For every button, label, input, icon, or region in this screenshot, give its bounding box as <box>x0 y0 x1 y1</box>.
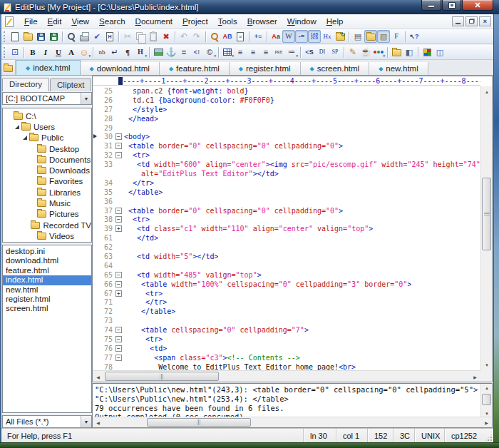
output-line[interactable]: 79 occurrences have been found in 6 file… <box>95 404 480 413</box>
open-button[interactable] <box>21 30 34 43</box>
div-button[interactable]: DI <box>316 46 329 58</box>
code-line-30[interactable]: 30−<body> <box>93 132 480 141</box>
code-line-75[interactable]: 75− <tr> <box>93 335 480 344</box>
hrule-button[interactable]: = <box>178 46 190 58</box>
output-horizontal-scrollbar[interactable]: ◀ ▶ <box>93 417 492 427</box>
line-number-button[interactable]: 1AB2CD <box>308 30 321 43</box>
code-line-67[interactable]: 67+ <tr> <box>93 289 480 298</box>
output-vertical-scrollbar[interactable]: ▲ ▼ <box>480 384 492 417</box>
set-marker-button[interactable]: +≡ <box>252 30 264 43</box>
tree-item-documents[interactable]: Documents <box>3 154 91 165</box>
heading-button[interactable]: H▾ <box>134 46 147 58</box>
dropdown-arrow-icon[interactable]: ▾ <box>383 54 385 58</box>
tree-item-libraries[interactable]: Libraries <box>3 187 91 198</box>
code-line-72[interactable]: 72 </table> <box>93 307 480 316</box>
menu-project[interactable]: Project <box>178 16 213 27</box>
code-line-62[interactable]: 62 <box>93 243 480 252</box>
code-line-37[interactable]: 37− <table border="0" cellspacing="0" ce… <box>93 206 480 215</box>
editor-pane[interactable]: ----+----1----+----2----+----3----+----4… <box>92 76 493 382</box>
document-icon[interactable] <box>5 16 14 27</box>
scroll-right-icon[interactable]: ▶ <box>481 417 492 428</box>
fold-collapse-icon[interactable]: − <box>115 355 122 361</box>
paragraph-button[interactable]: ¶ <box>121 46 134 58</box>
fold-collapse-icon[interactable]: − <box>115 133 122 140</box>
tree-item-music[interactable]: Music <box>3 198 91 208</box>
tree-item-videos[interactable]: Videos <box>3 230 91 241</box>
fold-collapse-icon[interactable]: − <box>115 152 122 158</box>
list-button[interactable]: ≔▾ <box>285 46 298 58</box>
undo-button[interactable]: ↶ <box>178 30 190 43</box>
code-line-66[interactable]: 66− <table width="100%" cellspacing="0" … <box>93 280 480 289</box>
code-line-25[interactable]: 25 span.c2 {font-weight: bold} <box>93 86 480 96</box>
file-item-index.html[interactable]: index.html <box>3 275 91 285</box>
menu-window[interactable]: Window <box>282 16 321 27</box>
sidebar-tab-directory[interactable]: Directory <box>2 78 49 91</box>
tab-register.html[interactable]: ◆register.html <box>230 62 301 75</box>
editor-hscroll-thumb[interactable] <box>105 372 219 381</box>
toolbar-grip[interactable] <box>4 47 6 58</box>
scroll-right-icon[interactable]: ▶ <box>470 371 480 382</box>
chevron-down-icon[interactable]: ▼ <box>81 416 91 427</box>
word-wrap-button[interactable]: W <box>282 30 295 43</box>
scroll-down-icon[interactable]: ▼ <box>481 360 493 370</box>
menu-file[interactable]: File <box>19 16 43 27</box>
span-button[interactable]: SP <box>329 46 341 58</box>
scroll-up-icon[interactable]: ▲ <box>481 382 493 393</box>
code-line-27[interactable]: 27 </style> <box>93 105 480 114</box>
file-item-screen.html[interactable]: screen.html <box>3 304 91 313</box>
script-button[interactable]: ▾ <box>372 46 385 58</box>
print-preview-button[interactable] <box>65 30 78 43</box>
new-folder-button[interactable] <box>390 46 403 58</box>
fold-collapse-icon[interactable]: − <box>115 336 122 342</box>
resize-grip[interactable] <box>484 433 493 442</box>
special-char-button[interactable]: ©▾ <box>203 46 216 58</box>
underline-button[interactable]: U <box>52 46 65 58</box>
italic-button[interactable]: I <box>39 46 52 58</box>
code-line-64[interactable]: 64 <box>93 261 480 270</box>
scroll-up-icon[interactable]: ▲ <box>481 86 493 97</box>
redo-button[interactable]: ↷ <box>190 30 203 43</box>
editor-horizontal-scrollbar[interactable]: ◀ ▶ <box>93 370 480 382</box>
expanded-arrow-icon[interactable] <box>15 125 19 129</box>
editor-vscroll-thumb[interactable] <box>482 178 491 250</box>
code-line-74[interactable]: 74− <table cellspacing="0" cellpadding="… <box>93 325 480 335</box>
close-button[interactable]: ✕ <box>462 0 493 11</box>
fold-collapse-icon[interactable]: − <box>115 216 122 223</box>
strikethrough-button[interactable]: <S <box>303 46 316 58</box>
bold-button[interactable]: B <box>26 46 39 58</box>
context-help-button[interactable]: ↖? <box>408 30 421 43</box>
sidebar-toggle-button[interactable]: ◧ <box>403 46 416 58</box>
tree-item-pictures[interactable]: Pictures <box>3 209 91 220</box>
code-line-61[interactable]: 61 </td> <box>93 233 480 243</box>
toggle-case-button[interactable]: Aa <box>269 30 282 43</box>
cliptext-window-button[interactable]: ▧ <box>377 30 390 43</box>
java-applet-button[interactable]: ☕ <box>359 46 372 58</box>
image-button[interactable] <box>152 46 165 58</box>
code-line-32[interactable]: 32− <tr> <box>93 151 480 160</box>
code-line-26[interactable]: 26 td.c1 {background-color: #F0F0F0} <box>93 96 480 105</box>
file-item-new.html[interactable]: new.html <box>3 285 91 295</box>
code-line-77[interactable]: 77− <span class="c3"><!-- Contents --> <box>93 353 480 362</box>
toolbar-grip[interactable] <box>4 31 6 42</box>
tab-feature.html[interactable]: ◆feature.html <box>160 62 230 75</box>
tab-download.html[interactable]: ◆download.html <box>81 62 160 75</box>
code-line-28[interactable]: 28 </head> <box>93 114 480 123</box>
editor-vertical-scrollbar[interactable]: ▲ ▼ <box>480 86 492 370</box>
file-filter-select[interactable]: All Files (*.*) ▼ <box>2 415 92 428</box>
menu-browser[interactable]: Browser <box>242 16 282 27</box>
output-line[interactable]: "C:\Users\Public\new.html"(243,3): <tabl… <box>95 385 480 394</box>
code-line-73[interactable]: 73 <box>93 316 480 325</box>
output-window[interactable]: "C:\Users\Public\new.html"(243,3): <tabl… <box>92 383 493 428</box>
save-all-button[interactable] <box>47 30 60 43</box>
menu-document[interactable]: Document <box>130 16 178 27</box>
project-folder-button[interactable] <box>1 60 16 75</box>
dropdown-arrow-icon[interactable]: ▾ <box>214 54 216 58</box>
output-window-button[interactable]: ▤ <box>351 30 364 43</box>
tree-item-favorites[interactable]: Favorites <box>3 176 91 187</box>
menu-search[interactable]: Search <box>94 16 130 27</box>
fold-collapse-icon[interactable]: − <box>115 345 122 352</box>
mdi-minimize-button[interactable] <box>452 16 464 26</box>
code-area[interactable]: 25 span.c2 {font-weight: bold}26 td.c1 {… <box>93 86 480 370</box>
code-line-63[interactable]: 63 <td width="5"></td> <box>93 252 480 261</box>
function-list-button[interactable]: F <box>390 30 403 43</box>
